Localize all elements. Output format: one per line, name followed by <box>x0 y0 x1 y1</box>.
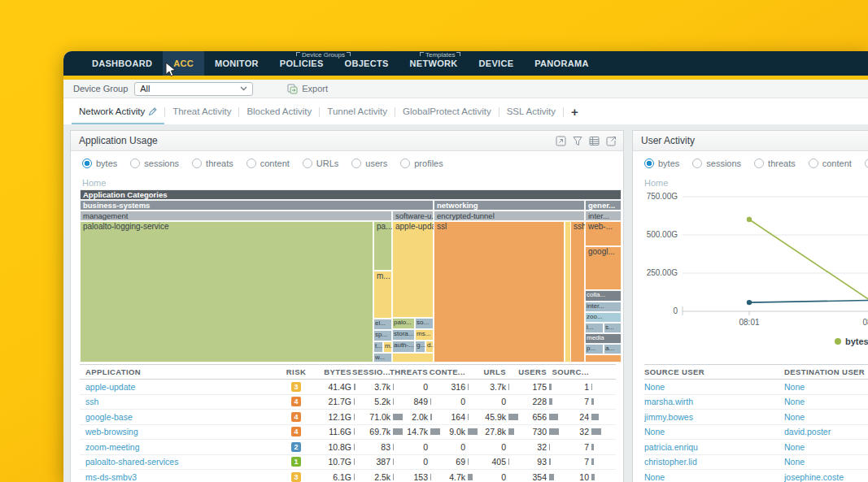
treemap-cell[interactable]: pa... <box>373 221 392 271</box>
table-row[interactable]: NoneNone <box>644 380 868 395</box>
treemap-cell[interactable]: stora... <box>392 329 415 341</box>
user-link[interactable]: patricia.enriqu <box>644 442 784 452</box>
application-link[interactable]: google-base <box>80 412 283 422</box>
breadcrumb[interactable]: Home <box>82 178 106 188</box>
nav-tab-device[interactable]: DEVICE <box>469 51 525 76</box>
treemap-cell[interactable]: m... <box>373 271 392 319</box>
treemap-cell[interactable] <box>585 354 622 363</box>
treemap-cell[interactable]: ssh <box>570 221 585 363</box>
table-row[interactable]: paloalto-shared-services110.7G3870694059… <box>80 455 616 471</box>
column-header[interactable]: APPLICATION <box>80 367 283 376</box>
table-row[interactable]: web-browsing411.6G69.7k14.7k9.0k27.8k730… <box>80 425 616 441</box>
treemap-cell[interactable]: apple-upda... <box>392 221 434 318</box>
radio-content[interactable]: content <box>246 158 290 168</box>
treemap-cell[interactable]: ms... <box>415 329 434 341</box>
user-link[interactable]: None <box>784 382 868 392</box>
nav-tab-dashboard[interactable]: DASHBOARD <box>81 51 163 76</box>
edit-pencil-icon[interactable] <box>148 107 157 116</box>
treemap-cell[interactable]: ssl <box>434 221 565 363</box>
user-link[interactable]: None <box>644 382 784 392</box>
application-link[interactable]: paloalto-shared-services <box>80 457 283 467</box>
treemap-cell[interactable]: management <box>80 211 392 221</box>
tab-globalprotect-activity[interactable]: GlobalProtect Activity <box>395 98 499 125</box>
user-link[interactable]: christopher.lid <box>644 457 784 467</box>
table-row[interactable]: ms-ds-smbv336.1G2.5k1534.7k035410 <box>80 470 616 482</box>
radio-threats[interactable]: threats <box>754 158 796 168</box>
user-link[interactable]: josephine.coste <box>784 472 868 482</box>
treemap-cell[interactable]: t... <box>373 341 383 353</box>
column-header[interactable]: CONTE... <box>430 367 478 376</box>
treemap-cell[interactable]: el... <box>373 319 392 330</box>
treemap-cell[interactable]: inter... <box>585 302 622 312</box>
column-header[interactable]: DESTINATION USER <box>784 367 868 376</box>
tab-threat-activity[interactable]: Threat Activity <box>165 98 238 125</box>
treemap-cell[interactable]: media <box>585 333 622 344</box>
treemap-cell[interactable]: inter... <box>585 211 622 221</box>
export-button[interactable]: Export <box>287 84 328 94</box>
user-link[interactable]: marsha.wirth <box>644 397 784 406</box>
treemap-cell[interactable]: paloalto-logging-service <box>80 221 373 363</box>
treemap-cell[interactable]: palo... <box>392 318 415 329</box>
treemap-cell[interactable]: g... <box>415 341 425 353</box>
user-link[interactable]: None <box>644 427 784 436</box>
column-header[interactable]: SOURC... <box>552 367 602 376</box>
user-link[interactable]: david.poster <box>784 427 868 436</box>
user-link[interactable]: jimmy.bowes <box>644 412 784 422</box>
table-row[interactable]: patricia.enriquNone <box>644 440 868 455</box>
radio-urls[interactable]: URLs <box>303 158 339 168</box>
tab-ssl-activity[interactable]: SSL Activity <box>499 98 563 125</box>
treemap-cell[interactable]: s... <box>604 323 622 333</box>
treemap-cell[interactable]: so... <box>415 318 434 329</box>
radio-sessions[interactable]: sessions <box>130 158 179 168</box>
user-link[interactable]: None <box>784 442 868 452</box>
table-row[interactable]: google-base412.1G71.0k2.0k16445.9k65624 <box>80 410 616 425</box>
treemap-cell[interactable]: web-... <box>585 221 622 246</box>
treemap-cell[interactable]: p... <box>585 344 604 354</box>
treemap-cell[interactable]: gener... <box>585 200 622 211</box>
user-link[interactable]: None <box>644 472 784 482</box>
treemap-cell[interactable]: encrypted-tunnel <box>434 211 585 221</box>
export-window-icon[interactable] <box>606 136 617 146</box>
treemap-cell[interactable]: auth-... <box>392 341 415 353</box>
treemap-cell[interactable]: colla... <box>585 290 622 302</box>
treemap-cell[interactable]: i... <box>585 323 604 333</box>
treemap-cell[interactable]: a... <box>604 344 622 354</box>
treemap-cell[interactable]: Application Categories <box>80 189 622 200</box>
radio-bytes[interactable]: bytes <box>82 158 117 168</box>
treemap-cell[interactable]: m... <box>383 341 392 353</box>
device-group-select[interactable]: All <box>134 82 253 96</box>
radio-urls[interactable]: URLs <box>865 158 868 168</box>
table-row[interactable]: apple-update341.4G3.7k03163.7k1751 <box>80 380 616 395</box>
column-header[interactable]: URLS <box>484 367 519 376</box>
column-header[interactable]: SOURCE USER <box>644 367 784 376</box>
filter-icon[interactable] <box>573 136 582 146</box>
table-row[interactable]: ssh421.7G5.2k849002287 <box>80 395 616 410</box>
radio-sessions[interactable]: sessions <box>692 158 741 168</box>
radio-content[interactable]: content <box>809 158 852 168</box>
radio-users[interactable]: users <box>351 158 387 168</box>
nav-tab-monitor[interactable]: MONITOR <box>204 51 269 76</box>
popout-icon[interactable] <box>556 136 566 146</box>
user-link[interactable]: None <box>784 397 868 406</box>
treemap-cell[interactable]: d... <box>425 341 434 353</box>
table-row[interactable]: Nonedavid.poster <box>644 425 868 441</box>
nav-tab-panorama[interactable]: PANORAMA <box>524 51 599 76</box>
treemap-cell[interactable]: w... <box>373 353 392 363</box>
table-row[interactable]: marsha.wirthNone <box>644 395 868 410</box>
table-row[interactable]: christopher.lidNone <box>644 455 868 471</box>
treemap-cell[interactable]: networking <box>434 200 585 211</box>
treemap-cell[interactable]: zoo... <box>585 312 622 323</box>
table-row[interactable]: jimmy.bowesNone <box>644 410 868 425</box>
tab-blocked-activity[interactable]: Blocked Activity <box>239 98 319 125</box>
application-link[interactable]: zoom-meeting <box>80 442 283 452</box>
user-link[interactable]: None <box>784 412 868 422</box>
add-tab-button[interactable]: + <box>564 105 586 119</box>
tab-tunnel-activity[interactable]: Tunnel Activity <box>320 98 395 125</box>
user-link[interactable]: None <box>784 457 868 467</box>
radio-bytes[interactable]: bytes <box>644 158 679 168</box>
treemap-cell[interactable]: software-u... <box>392 211 434 221</box>
treemap-cell[interactable]: googl... <box>585 246 622 290</box>
application-link[interactable]: ms-ds-smbv3 <box>80 472 283 482</box>
application-link[interactable]: web-browsing <box>80 427 283 436</box>
table-row[interactable]: zoom-meeting210.8G83000327 <box>80 440 616 455</box>
